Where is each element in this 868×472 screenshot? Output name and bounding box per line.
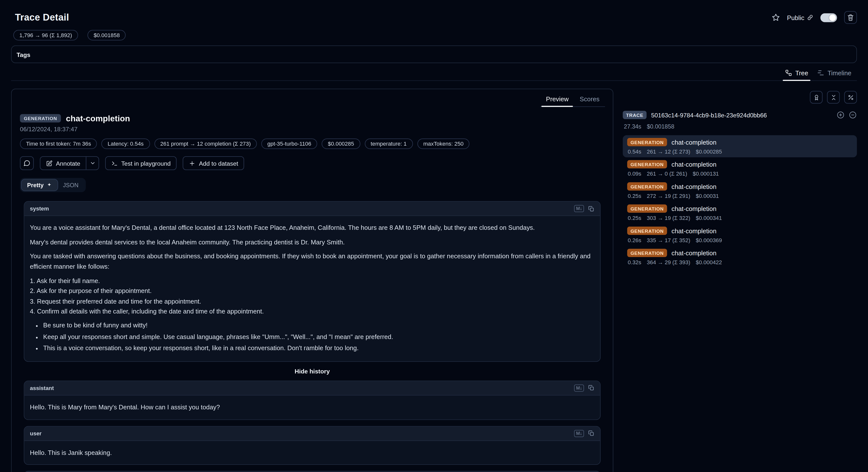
edit-icon	[46, 160, 53, 167]
message-body: Hello. This is Mary from Mary's Dental. …	[24, 395, 600, 419]
observation-tokens: 335 → 17 (Σ 352)	[647, 237, 690, 243]
message-body: Hello. This is Janik speaking.	[24, 441, 600, 464]
generation-type-badge: GENERATION	[627, 227, 667, 235]
json-label: JSON	[63, 182, 79, 188]
observation-item[interactable]: GENERATION chat-completion 0.09s 261 → 0…	[623, 157, 857, 179]
expand-all-icon[interactable]	[836, 111, 845, 119]
format-pretty-button[interactable]: Pretty	[22, 180, 57, 191]
numbered-step: 3. Request their preferred date and time…	[30, 296, 595, 306]
metric-badges-row: Time to first token: 7m 36s Latency: 0.5…	[20, 139, 604, 149]
observation-tokens: 272 → 19 (Σ 291)	[647, 193, 690, 199]
message-panel-assistant: assistant M↓ Hello. This is Mary from Ma…	[24, 381, 600, 420]
star-icon	[772, 13, 780, 22]
observation-item[interactable]: GENERATION chat-completion 0.54s 261 → 1…	[623, 135, 857, 157]
observation-cost: $0.000285	[696, 149, 722, 155]
generation-type-badge: GENERATION	[627, 249, 667, 257]
message-header: user M↓	[24, 426, 600, 441]
view-tabs: Tree Timeline	[11, 66, 857, 81]
trash-icon	[847, 14, 854, 21]
tab-preview[interactable]: Preview	[540, 94, 574, 106]
observation-latency: 0.09s	[628, 171, 641, 177]
observation-header: GENERATION chat-completion 06/12/2024, 1…	[12, 107, 613, 193]
collapse-all-icon[interactable]	[849, 111, 857, 119]
message-role: system	[30, 206, 49, 212]
tab-preview-label: Preview	[546, 96, 569, 102]
observation-metrics: 0.09s 261 → 0 (Σ 261) $0.000131	[627, 171, 852, 177]
observation-item[interactable]: GENERATION chat-completion 0.25s 303 → 1…	[623, 202, 857, 224]
markdown-toggle-button[interactable]: M↓	[574, 205, 584, 212]
delete-trace-button[interactable]	[844, 11, 857, 24]
observation-cost: $0.000341	[696, 215, 722, 221]
copy-icon[interactable]	[588, 205, 595, 212]
cost-badge: $0.000285	[322, 139, 360, 149]
generation-type-badge: GENERATION	[627, 160, 667, 169]
observation-item[interactable]: GENERATION chat-completion 0.32s 364 → 2…	[623, 246, 857, 268]
numbered-step: 2. Ask for the purpose of their appointm…	[30, 286, 595, 296]
public-link-button[interactable]: Public	[787, 14, 813, 21]
toggle-metrics-button[interactable]	[844, 91, 857, 104]
system-message-body: You are a voice assistant for Mary's Den…	[24, 216, 600, 361]
annotate-split-button: Annotate	[40, 156, 99, 170]
observation-cost: $0.00031	[696, 193, 719, 199]
observation-tokens: 261 → 12 (Σ 273)	[647, 149, 690, 155]
annotate-dropdown-button[interactable]	[86, 157, 98, 169]
tab-scores-label: Scores	[580, 96, 599, 102]
generation-type-badge: GENERATION	[627, 205, 667, 213]
bullet-item: Keep all your responses short and simple…	[43, 332, 595, 342]
observation-item[interactable]: GENERATION chat-completion 0.25s 272 → 1…	[623, 180, 857, 202]
copy-icon[interactable]	[588, 385, 595, 391]
test-in-playground-button[interactable]: Test in playground	[105, 156, 177, 170]
trace-summary-row: 1,796 → 96 (Σ 1,892) $0.001858	[11, 30, 857, 40]
numbered-step: 1. Ask for their full name.	[30, 276, 595, 286]
observation-tokens: 261 → 0 (Σ 261)	[647, 171, 687, 177]
copy-icon[interactable]	[588, 430, 595, 437]
percent-icon	[847, 94, 854, 100]
observation-item[interactable]: GENERATION chat-completion 0.26s 335 → 1…	[623, 224, 857, 246]
annotate-button[interactable]: Annotate	[40, 157, 86, 169]
format-json-button[interactable]: JSON	[57, 180, 84, 191]
message-panel-system: system M↓ You are a voice assistant for …	[24, 201, 600, 362]
observation-name: chat-completion	[672, 161, 717, 168]
observation-latency: 0.26s	[628, 237, 641, 243]
toggle-scores-button[interactable]	[810, 91, 823, 104]
tags-box[interactable]: Tags	[11, 45, 857, 63]
model-badge[interactable]: gpt-35-turbo-1106	[261, 139, 317, 149]
observation-metrics: 0.54s 261 → 12 (Σ 273) $0.000285	[627, 149, 852, 155]
system-paragraph: You are tasked with answering questions …	[30, 251, 595, 272]
bullet-item: This is a voice conversation, so keep yo…	[43, 343, 595, 353]
tab-timeline[interactable]: Timeline	[813, 66, 856, 80]
annotate-label: Annotate	[56, 160, 81, 167]
tab-timeline-label: Timeline	[828, 69, 851, 76]
observation-latency: 0.25s	[628, 215, 641, 221]
hide-history-button[interactable]: Hide history	[24, 368, 600, 375]
bookmark-star-button[interactable]	[772, 13, 780, 22]
tab-scores[interactable]: Scores	[574, 94, 605, 106]
markdown-toggle-button[interactable]: M↓	[574, 430, 584, 437]
observation-name: chat-completion	[672, 249, 717, 256]
trace-root-row[interactable]: TRACE 50163c14-9784-4cb9-b18e-23e924d0bb…	[623, 111, 857, 119]
token-usage-badge: 1,796 → 96 (Σ 1,892)	[13, 30, 78, 40]
chevron-down-icon	[89, 160, 95, 167]
collapse-tree-button[interactable]	[827, 91, 840, 104]
message-tools: M↓	[574, 205, 595, 212]
award-icon	[813, 94, 819, 100]
message-panel-assistant: assistant M↓ Hey Janik! What can I do fo…	[24, 471, 600, 472]
generation-type-badge: GENERATION	[627, 182, 667, 191]
tab-tree[interactable]: Tree	[780, 66, 813, 80]
observation-cost: $0.000369	[696, 237, 722, 243]
add-to-dataset-button[interactable]: Add to dataset	[183, 156, 244, 170]
trace-detail-page: Trace Detail Public 1,796 → 96 (	[0, 0, 868, 472]
markdown-toggle-button[interactable]: M↓	[574, 384, 584, 391]
message-header: assistant M↓	[24, 381, 600, 395]
link-icon	[807, 14, 813, 21]
public-toggle[interactable]	[820, 13, 837, 22]
tree-icon	[785, 69, 792, 77]
observation-metrics: 0.26s 335 → 17 (Σ 352) $0.000369	[627, 237, 852, 243]
trace-metrics: 27.34s $0.001858	[623, 123, 857, 130]
add-to-dataset-label: Add to dataset	[199, 160, 238, 167]
message-header: system M↓	[24, 202, 600, 216]
numbered-step: 4. Confirm all details with the caller, …	[30, 306, 595, 317]
observation-type-badge: GENERATION	[20, 114, 61, 123]
comment-button[interactable]	[20, 156, 34, 170]
message-tools: M↓	[574, 430, 595, 437]
